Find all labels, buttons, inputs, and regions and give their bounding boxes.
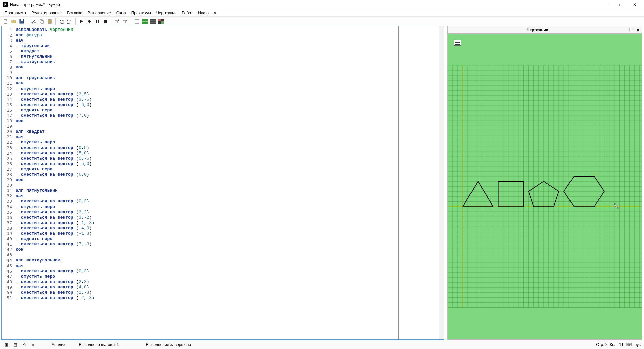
menu-item-3[interactable]: Выполнение <box>86 10 113 16</box>
split-view-button[interactable] <box>133 18 141 25</box>
menu-item-0[interactable]: Программа <box>3 10 28 16</box>
status-icon-4[interactable]: ⎌ <box>30 342 36 348</box>
drawer-close-button[interactable]: ✕ <box>634 26 642 33</box>
drawing-canvas[interactable] <box>448 34 642 339</box>
toolbar <box>0 17 644 26</box>
keyboard-icon[interactable]: ⌨ <box>626 342 632 347</box>
line-number-gutter: 1234567891011121314151617181920212223242… <box>2 26 14 339</box>
paste-button[interactable] <box>46 18 53 25</box>
new-file-button[interactable] <box>2 18 9 25</box>
window-title: Новая программа* - Кумир <box>10 2 600 7</box>
svg-rect-20 <box>161 21 164 24</box>
svg-rect-17 <box>150 19 156 24</box>
svg-rect-11 <box>104 20 107 23</box>
drawer-canvas-wrap <box>447 34 642 340</box>
menu-item-9[interactable]: » <box>212 10 218 16</box>
grid-dark-button[interactable] <box>149 18 157 25</box>
svg-rect-8 <box>49 19 50 20</box>
code-editor[interactable]: использовать Чертежникалг фигурынач. тре… <box>14 26 398 339</box>
menu-item-4[interactable]: Окна <box>114 10 128 16</box>
minimize-button[interactable]: ─ <box>600 1 613 9</box>
cut-button[interactable] <box>30 18 37 25</box>
menu-item-2[interactable]: Вставка <box>65 10 84 16</box>
stop-button[interactable] <box>102 18 109 25</box>
run-button[interactable] <box>78 18 85 25</box>
checker-button[interactable] <box>157 18 165 25</box>
svg-rect-0 <box>4 19 7 23</box>
svg-rect-2 <box>21 19 23 21</box>
save-file-button[interactable] <box>18 18 26 25</box>
menu-item-7[interactable]: Робот <box>180 10 195 16</box>
vertical-scrollbar[interactable] <box>439 26 444 339</box>
maximize-button[interactable]: □ <box>614 1 627 9</box>
svg-rect-13 <box>123 21 126 23</box>
margin-column <box>398 26 439 339</box>
app-icon: К <box>3 2 8 7</box>
run-fast-button[interactable] <box>86 18 93 25</box>
status-analysis: Анализ <box>52 342 65 347</box>
drawer-panel: Чертежник ❐ ✕ <box>447 26 642 340</box>
svg-rect-12 <box>115 21 117 23</box>
status-icon-2[interactable]: ▤ <box>12 342 18 348</box>
menu-item-6[interactable]: Чертежник <box>154 10 179 16</box>
copy-button[interactable] <box>38 18 45 25</box>
grid-green-button[interactable] <box>141 18 149 25</box>
status-icon-1[interactable]: ▣ <box>3 342 9 348</box>
step-into-button[interactable] <box>113 18 121 25</box>
statusbar: ▣ ▤ ⎘ ⎌ Анализ Выполнено шагов: 51 Выпол… <box>0 340 644 349</box>
drawer-popout-button[interactable]: ❐ <box>627 26 634 33</box>
menu-item-8[interactable]: Инфо <box>196 10 211 16</box>
status-steps: Выполнено шагов: 51 <box>79 342 119 347</box>
open-file-button[interactable] <box>10 18 17 25</box>
status-cursor-pos: Стр: 2, Кол: 11 <box>596 342 623 347</box>
status-lang: рус <box>635 342 641 347</box>
undo-button[interactable] <box>58 18 65 25</box>
svg-rect-19 <box>158 19 161 21</box>
editor-area: 1234567891011121314151617181920212223242… <box>1 26 444 340</box>
svg-rect-10 <box>98 20 99 23</box>
redo-button[interactable] <box>66 18 73 25</box>
close-button[interactable]: ✕ <box>628 1 641 9</box>
step-over-button[interactable] <box>121 18 129 25</box>
drawer-title: Чертежник <box>448 27 627 32</box>
menu-item-1[interactable]: Редактирование <box>29 10 64 16</box>
menu-item-5[interactable]: Практикум <box>129 10 153 16</box>
svg-rect-9 <box>96 20 97 23</box>
pause-button[interactable] <box>94 18 101 25</box>
status-done: Выполнение завершено <box>146 342 191 347</box>
titlebar: К Новая программа* - Кумир ─ □ ✕ <box>0 0 644 9</box>
code-column: 1234567891011121314151617181920212223242… <box>2 26 398 339</box>
status-icon-3[interactable]: ⎘ <box>21 342 27 348</box>
canvas-menu-icon[interactable] <box>454 40 461 46</box>
svg-rect-6 <box>41 21 43 23</box>
menubar: ПрограммаРедактированиеВставкаВыполнение… <box>0 9 644 17</box>
drawer-header: Чертежник ❐ ✕ <box>447 26 642 34</box>
app-window: К Новая программа* - Кумир ─ □ ✕ Програм… <box>0 0 644 349</box>
main-content: 1234567891011121314151617181920212223242… <box>0 26 644 340</box>
